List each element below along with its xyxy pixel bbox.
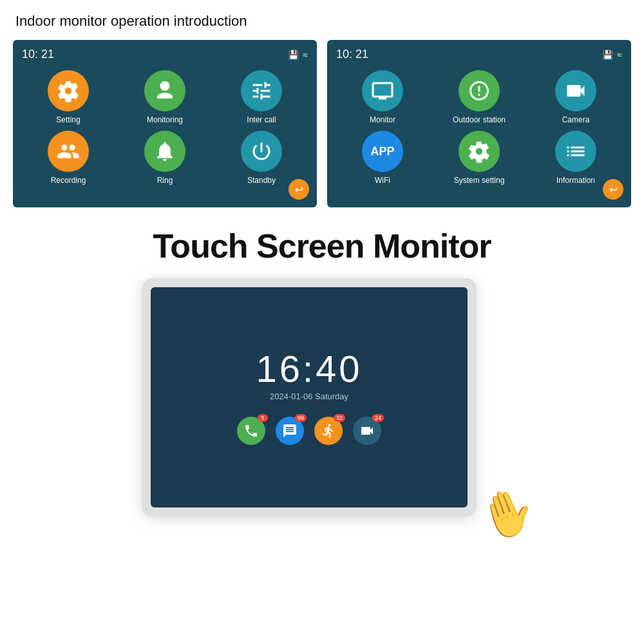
- screen1: 10: 21 💾 ≈ Setting: [13, 40, 317, 207]
- system-setting-label: System setting: [454, 176, 505, 185]
- person-badge: 32: [334, 414, 345, 422]
- camera-label: Camera: [562, 115, 590, 124]
- phone-icon-wrap[interactable]: 5: [237, 417, 265, 445]
- intercall-label: Inter call: [247, 115, 276, 124]
- information-menu-item[interactable]: Information: [529, 131, 622, 185]
- hand-pointer-icon: 🤚: [473, 482, 541, 544]
- wifi-app-menu-item[interactable]: APP WiFi: [336, 131, 429, 185]
- person-icon: [321, 423, 336, 439]
- tablet-bottom-icons: 5 99: [237, 417, 381, 445]
- screen1-header: 10: 21 💾 ≈: [22, 48, 308, 61]
- ring-label: Ring: [157, 176, 173, 185]
- screen2: 10: 21 💾 ≈ Monitor: [327, 40, 631, 207]
- setting-label: Setting: [56, 115, 80, 124]
- wifi-icon: ≈: [303, 50, 308, 60]
- tablet-wrapper: 16:40 2024-01-06 Saturday 5: [142, 278, 502, 529]
- touch-screen-title: Touch Screen Monitor: [153, 227, 491, 265]
- intercall-circle: [241, 70, 282, 111]
- gear-icon: [57, 79, 80, 102]
- outdoor-station-menu-item[interactable]: Outdoor station: [433, 70, 526, 124]
- ring-menu-item[interactable]: Ring: [118, 131, 211, 185]
- webcam-icon: [153, 79, 176, 102]
- screen2-status-icons: 💾 ≈: [602, 50, 622, 60]
- tablet-screen: 16:40 2024-01-06 Saturday 5: [151, 287, 468, 507]
- cctv-icon: [564, 79, 587, 102]
- system-setting-menu-item[interactable]: System setting: [433, 131, 526, 185]
- power-icon: [250, 140, 273, 163]
- person-icon-wrap[interactable]: 32: [314, 417, 343, 445]
- tablet-time: 16:40: [256, 350, 362, 388]
- monitoring-menu-item[interactable]: Monitoring: [118, 70, 211, 124]
- intercall-menu-item[interactable]: Inter call: [215, 70, 308, 124]
- wifi-label: WiFi: [375, 176, 390, 185]
- video-badge: 24: [372, 414, 384, 422]
- information-label: Information: [556, 176, 595, 185]
- standby-label: Standby: [247, 176, 276, 185]
- monitor-label: Monitor: [370, 115, 395, 124]
- bottom-section: Touch Screen Monitor 16:40 2024-01-06 Sa…: [13, 227, 631, 529]
- tablet-device[interactable]: 16:40 2024-01-06 Saturday 5: [142, 278, 477, 516]
- screen2-header: 10: 21 💾 ≈: [336, 48, 622, 61]
- app-text: APP: [370, 145, 394, 158]
- screen1-time: 10: 21: [22, 48, 54, 61]
- wifi-icon2: ≈: [617, 50, 622, 60]
- recording-circle: [48, 131, 89, 172]
- screens-row: 10: 21 💾 ≈ Setting: [13, 40, 631, 207]
- page-title: Indoor monitor operation introduction: [15, 13, 631, 30]
- screen1-back-button[interactable]: ↩: [289, 179, 309, 200]
- phone-icon: [243, 423, 259, 439]
- camera-circle: [555, 70, 596, 111]
- outdoor-label: Outdoor station: [453, 115, 506, 124]
- video-icon-wrap[interactable]: 24: [353, 417, 381, 445]
- chat-badge: 99: [295, 414, 307, 422]
- system-setting-circle: [459, 131, 500, 172]
- app-circle: APP: [362, 131, 403, 172]
- standby-menu-item[interactable]: Standby: [215, 131, 308, 185]
- bell-icon: [153, 140, 176, 163]
- monitor-circle: [362, 70, 403, 111]
- monitor-icon: [371, 79, 394, 102]
- doorbell-icon: [468, 79, 491, 102]
- screen1-menu-grid: Setting Monitoring: [22, 70, 308, 185]
- sd-card-icon: 💾: [288, 50, 299, 60]
- phone-badge: 5: [258, 414, 268, 422]
- information-circle: [555, 131, 596, 172]
- chat-icon-wrap[interactable]: 99: [276, 417, 304, 445]
- video-icon: [359, 423, 375, 439]
- screen2-time: 10: 21: [336, 48, 368, 61]
- monitoring-circle: [144, 70, 185, 111]
- recording-menu-item[interactable]: Recording: [22, 131, 115, 185]
- page-container: Indoor monitor operation introduction 10…: [0, 0, 644, 644]
- setting-circle: [48, 70, 89, 111]
- list-icon: [564, 140, 587, 163]
- setting-menu-item[interactable]: Setting: [22, 70, 115, 124]
- recording-label: Recording: [51, 176, 86, 185]
- gear2-icon: [468, 140, 491, 163]
- outdoor-circle: [459, 70, 500, 111]
- screen1-status-icons: 💾 ≈: [288, 50, 308, 60]
- tablet-date: 2024-01-06 Saturday: [270, 392, 348, 401]
- monitoring-label: Monitoring: [147, 115, 183, 124]
- users-icon: [57, 140, 80, 163]
- equalizer-icon: [250, 79, 273, 102]
- ring-circle: [144, 131, 185, 172]
- camera-menu-item[interactable]: Camera: [529, 70, 622, 124]
- standby-circle: [241, 131, 282, 172]
- chat-icon: [282, 423, 298, 439]
- monitor-menu-item[interactable]: Monitor: [336, 70, 429, 124]
- screen2-back-button[interactable]: ↩: [603, 179, 623, 200]
- screen2-menu-grid: Monitor Outdoor station: [336, 70, 622, 185]
- sd-card-icon2: 💾: [602, 50, 613, 60]
